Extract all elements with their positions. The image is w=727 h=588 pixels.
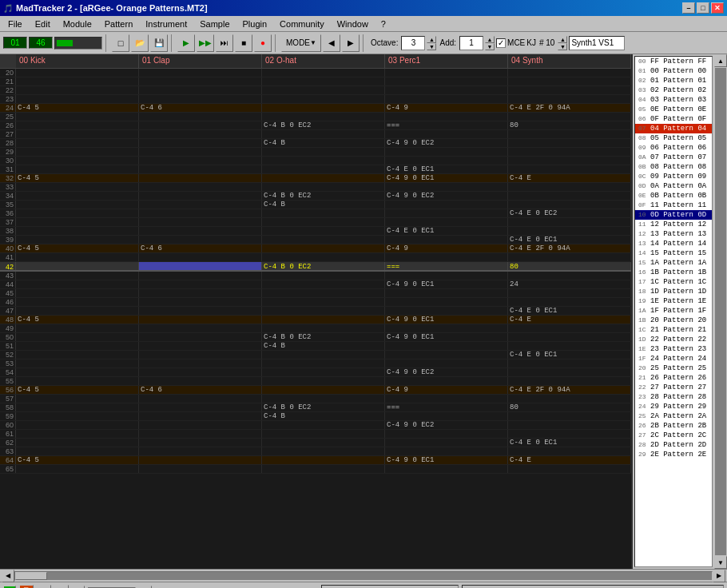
menu-pattern[interactable]: Pattern [98,18,139,30]
list-item[interactable]: 05 0E Pattern 0E [635,105,712,114]
table-row[interactable]: 23 [0,95,631,104]
add-down-button[interactable]: ▼ [485,43,495,50]
list-item[interactable]: 06 0F Pattern 0F [635,114,712,124]
scroll-thumb[interactable] [715,68,726,555]
toolbar-icon2[interactable]: ▉ [19,585,34,589]
menu-plugin[interactable]: Plugin [236,18,274,30]
list-item[interactable]: 09 06 Pattern 06 [635,143,712,153]
list-item[interactable]: 00 FF Pattern FF [635,57,712,66]
list-item[interactable]: 08 05 Pattern 05 [635,133,712,143]
list-item[interactable]: 1E 23 Pattern 23 [635,344,712,354]
table-row[interactable]: 40C-4 5C-4 6C-4 9C-4 E 2F 0 94A [0,244,631,253]
table-row[interactable]: 58C-4 B 0 EC2===80 [0,403,631,412]
save-button[interactable]: 💾 [150,34,168,52]
list-item[interactable]: 0B 08 Pattern 08 [635,162,712,172]
menu-window[interactable]: Window [331,18,375,30]
list-item[interactable]: 26 2B Pattern 2B [635,421,712,431]
table-row[interactable]: 33 [0,183,631,192]
list-item[interactable]: 07 04 Pattern 04 [635,124,712,133]
mode-dropdown[interactable]: MODE ▼ [281,34,321,52]
list-item[interactable]: 1D 22 Pattern 22 [635,335,712,344]
arrow-right-button[interactable]: ▶ [342,34,360,52]
list-item[interactable]: 0A 07 Pattern 07 [635,153,712,162]
table-row[interactable]: 27 [0,130,631,139]
scroll-next-button[interactable]: ▶ [139,586,152,589]
table-row[interactable]: 24C-4 5C-4 6C-4 9C-4 E 2F 0 94A [0,104,631,113]
list-item[interactable]: 16 1B Pattern 1B [635,268,712,277]
table-row[interactable]: 57 [0,395,631,403]
table-row[interactable]: 64C-4 5C-4 9 0 EC1C-4 E [0,456,631,465]
list-item[interactable]: 11 12 Pattern 12 [635,220,712,229]
table-row[interactable]: 61 [0,430,631,439]
table-row[interactable]: 38C-4 E 0 EC1 [0,227,631,236]
list-item[interactable]: 17 1C Pattern 1C [635,277,712,287]
list-item[interactable]: 1C 21 Pattern 21 [635,325,712,335]
hscroll-track[interactable] [14,571,713,581]
table-row[interactable]: 55 [0,377,631,386]
table-row[interactable]: 44C-4 9 0 EC124 [0,280,631,289]
menu-file[interactable]: File [2,18,29,30]
next-button[interactable]: ⏭ [216,34,233,52]
menu-instrument[interactable]: Instrument [139,18,193,30]
list-item[interactable]: 12 13 Pattern 13 [635,229,712,239]
table-row[interactable]: 52C-4 E 0 EC1 [0,351,631,360]
menu-help[interactable]: ? [375,18,392,30]
list-item[interactable]: 0E 0B Pattern 0B [635,191,712,201]
menu-edit[interactable]: Edit [29,18,57,30]
table-row[interactable]: 46 [0,298,631,307]
new-button[interactable]: □ [112,34,129,52]
octave-up-button[interactable]: ▲ [427,36,436,43]
table-row[interactable]: 56C-4 5C-4 6C-4 9C-4 E 2F 0 94A [0,386,631,395]
list-item[interactable]: 19 1E Pattern 1E [635,296,712,306]
table-row[interactable]: 49 [0,324,631,333]
table-row[interactable]: 60C-4 9 0 EC2 [0,421,631,430]
list-item[interactable]: 1F 24 Pattern 24 [635,354,712,364]
hscroll-thumb[interactable] [15,572,47,580]
list-item[interactable]: 0C 09 Pattern 09 [635,172,712,181]
num-spinner[interactable]: ▲ ▼ [558,36,567,50]
play-pattern-button[interactable]: ▶▶ [197,34,214,52]
table-row[interactable]: 22 [0,86,631,95]
arrow-left-button[interactable]: ◀ [323,34,340,52]
list-item[interactable]: 23 28 Pattern 28 [635,392,712,402]
list-item[interactable]: 25 2A Pattern 2A [635,411,712,421]
toolbar-icon4[interactable]: 🔗 [54,585,69,589]
list-item[interactable]: 22 27 Pattern 27 [635,383,712,392]
table-row[interactable]: 20 [0,69,631,77]
table-row[interactable]: 31C-4 E 0 EC1 [0,165,631,174]
list-item[interactable]: 0D 0A Pattern 0A [635,181,712,191]
close-button[interactable]: ✕ [711,2,724,14]
hscroll-right-button[interactable]: ▶ [713,570,725,582]
table-row[interactable]: 26C-4 B 0 EC2=== 80 [0,121,631,130]
list-item[interactable]: 13 14 Pattern 14 [635,239,712,248]
table-row[interactable]: 34C-4 B 0 EC2C-4 9 0 EC2 [0,192,631,201]
scroll-up-button[interactable]: ▲ [714,54,727,67]
hscroll-left-button[interactable]: ◀ [2,570,14,582]
octave-down-button[interactable]: ▼ [427,43,436,50]
play-button[interactable]: ▶ [177,34,195,52]
list-item[interactable]: 0F 11 Pattern 11 [635,201,712,210]
scroll-down-button[interactable]: ▼ [714,556,727,569]
table-row[interactable]: 59C-4 B [0,412,631,421]
list-item[interactable]: 01 00 Pattern 00 [635,66,712,76]
table-row[interactable]: 25 [0,113,631,121]
list-item[interactable]: 10 0D Pattern 0D [635,210,712,220]
octave-spinner[interactable]: ▲ ▼ [427,36,436,50]
table-row[interactable]: 35C-4 B [0,201,631,209]
record-button[interactable]: ● [254,34,272,52]
list-item[interactable]: 24 29 Pattern 29 [635,402,712,411]
maximize-button[interactable]: □ [697,2,709,14]
minimize-button[interactable]: – [682,2,695,14]
list-item[interactable]: 14 15 Pattern 15 [635,248,712,258]
table-row[interactable]: 65 [0,465,631,474]
menu-sample[interactable]: Sample [193,18,236,30]
table-row[interactable]: 45 [0,289,631,298]
open-button[interactable]: 📂 [131,34,149,52]
table-row[interactable]: 28C-4 BC-4 9 0 EC2 [0,139,631,148]
table-row[interactable]: 29 [0,148,631,157]
table-row[interactable]: 36C-4 E 0 EC2 [0,209,631,218]
add-up-button[interactable]: ▲ [485,36,495,43]
table-row[interactable]: 62C-4 E 0 EC1 [0,439,631,447]
list-item[interactable]: 29 2E Pattern 2E [635,450,712,459]
list-item[interactable]: 15 1A Pattern 1A [635,258,712,268]
